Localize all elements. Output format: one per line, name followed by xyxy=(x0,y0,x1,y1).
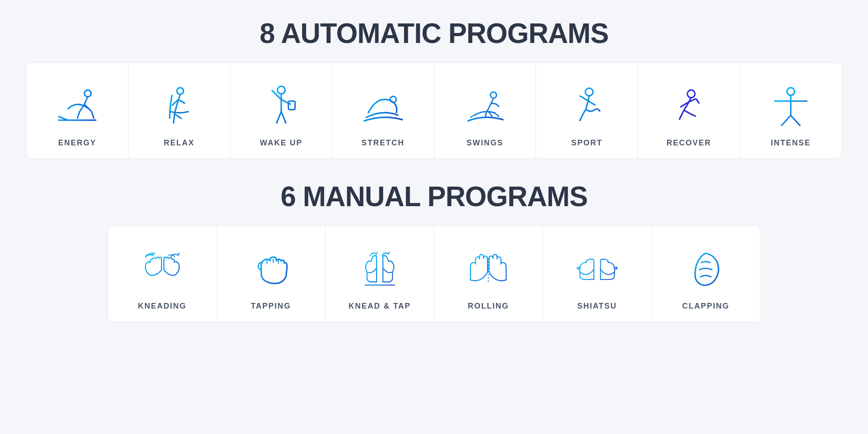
intense-label: INTENSE xyxy=(771,138,811,148)
shiatsu-label: SHIATSU xyxy=(577,302,617,311)
recover-icon xyxy=(665,83,713,131)
kneadtap-icon xyxy=(356,246,404,294)
program-energy: ENERGY xyxy=(26,63,128,158)
program-swings: SWINGS xyxy=(434,63,536,158)
svg-point-13 xyxy=(277,86,285,94)
svg-point-29 xyxy=(787,88,795,95)
automatic-programs-grid: ENERGY xyxy=(26,62,842,159)
tapping-label: TAPPING xyxy=(251,302,291,311)
sport-icon xyxy=(563,83,611,131)
program-wakeup: WAKE UP xyxy=(230,63,332,158)
svg-point-22 xyxy=(585,88,593,96)
program-kneadtap: KNEAD & TAP xyxy=(326,226,434,322)
stretch-icon xyxy=(359,83,407,131)
rolling-label: ROLLING xyxy=(468,302,509,311)
svg-rect-17 xyxy=(288,101,295,110)
program-kneading: KNEADING xyxy=(108,226,217,322)
svg-line-18 xyxy=(276,112,281,124)
program-intense: INTENSE xyxy=(740,63,842,158)
kneadtap-label: KNEAD & TAP xyxy=(349,302,411,311)
intense-icon xyxy=(767,83,815,131)
svg-point-8 xyxy=(177,88,183,94)
svg-line-24 xyxy=(588,101,596,105)
automatic-title: 8 AUTOMATIC PROGRAMS xyxy=(260,17,608,49)
program-clapping: CLAPPING xyxy=(652,226,760,322)
svg-line-19 xyxy=(281,112,286,124)
svg-line-9 xyxy=(174,114,174,124)
program-rolling: ROLLING xyxy=(434,226,543,322)
relax-icon xyxy=(155,83,203,131)
svg-line-10 xyxy=(174,114,182,119)
stretch-label: STRETCH xyxy=(362,138,404,148)
manual-title: 6 MANUAL PROGRAMS xyxy=(280,181,587,213)
clapping-label: CLAPPING xyxy=(682,302,730,311)
recover-label: RECOVER xyxy=(667,138,711,148)
program-recover: RECOVER xyxy=(638,63,740,158)
svg-point-0 xyxy=(84,90,91,97)
swings-label: SWINGS xyxy=(467,138,503,148)
kneading-icon xyxy=(138,246,186,294)
svg-point-21 xyxy=(490,92,496,98)
clapping-icon xyxy=(682,246,730,294)
tapping-icon xyxy=(247,246,295,294)
program-tapping: TAPPING xyxy=(217,226,326,322)
energy-icon xyxy=(53,83,101,131)
svg-line-34 xyxy=(791,115,800,126)
svg-point-25 xyxy=(687,90,695,98)
energy-label: ENERGY xyxy=(58,138,96,148)
program-relax: RELAX xyxy=(128,63,230,158)
svg-line-4 xyxy=(92,112,94,119)
manual-programs-grid: KNEADING TAPPING xyxy=(108,226,760,322)
rolling-icon xyxy=(464,246,512,294)
sport-label: SPORT xyxy=(571,138,602,148)
svg-line-15 xyxy=(272,90,281,100)
program-sport: SPORT xyxy=(536,63,638,158)
swings-icon xyxy=(461,83,509,131)
shiatsu-icon xyxy=(573,246,621,294)
svg-line-28 xyxy=(696,99,700,103)
wakeup-label: WAKE UP xyxy=(260,138,302,148)
svg-line-5 xyxy=(77,112,80,119)
svg-line-12 xyxy=(178,100,185,104)
program-shiatsu: SHIATSU xyxy=(543,226,652,322)
program-stretch: STRETCH xyxy=(332,63,434,158)
wakeup-icon xyxy=(257,83,305,131)
svg-line-1 xyxy=(84,97,88,105)
relax-label: RELAX xyxy=(164,138,194,148)
svg-line-16 xyxy=(281,100,291,105)
kneading-label: KNEADING xyxy=(138,302,187,311)
svg-line-23 xyxy=(580,96,588,101)
svg-line-33 xyxy=(781,115,791,126)
